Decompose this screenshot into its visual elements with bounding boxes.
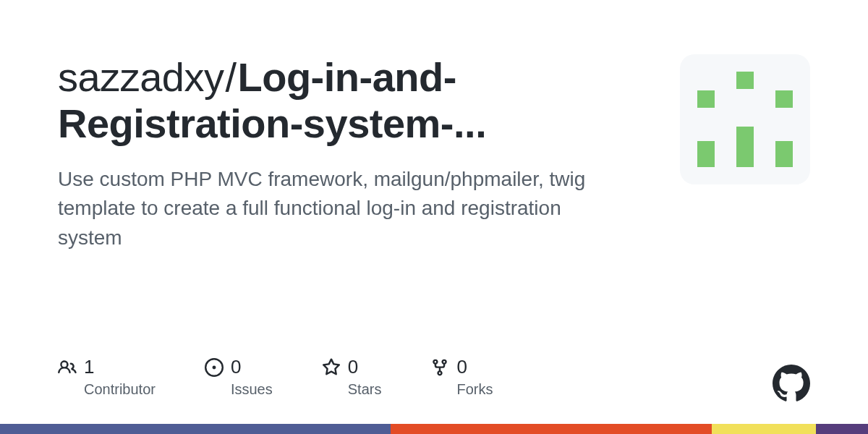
repo-avatar xyxy=(680,54,810,184)
lang-segment-4 xyxy=(816,424,868,434)
repo-stats: 1 Contributor 0 Issues 0 Stars 0 xyxy=(58,356,493,398)
forks-label: Forks xyxy=(456,381,493,398)
people-icon xyxy=(58,358,77,377)
stat-stars[interactable]: 0 Stars xyxy=(322,356,382,398)
repo-owner[interactable]: sazzadxy xyxy=(58,54,224,100)
stat-forks[interactable]: 0 Forks xyxy=(430,356,493,398)
contributors-label: Contributor xyxy=(84,381,156,398)
lang-segment-2 xyxy=(391,424,712,434)
contributors-value: 1 xyxy=(84,356,94,378)
stars-label: Stars xyxy=(348,381,382,398)
content-area: sazzadxy/Log-in-and-Registration-system-… xyxy=(58,54,651,253)
stars-value: 0 xyxy=(348,356,358,378)
identicon-image xyxy=(680,54,810,184)
slash-separator: / xyxy=(225,54,236,100)
github-logo-icon[interactable] xyxy=(773,365,810,402)
repo-title: sazzadxy/Log-in-and-Registration-system-… xyxy=(58,54,651,148)
issue-icon xyxy=(205,358,224,377)
issues-value: 0 xyxy=(231,356,241,378)
main-container: sazzadxy/Log-in-and-Registration-system-… xyxy=(0,0,868,253)
lang-segment-1 xyxy=(0,424,391,434)
language-color-bar xyxy=(0,424,868,434)
stat-issues[interactable]: 0 Issues xyxy=(205,356,273,398)
lang-segment-3 xyxy=(712,424,816,434)
star-icon xyxy=(322,358,341,377)
fork-icon xyxy=(430,358,449,377)
issues-label: Issues xyxy=(231,381,273,398)
repo-description: Use custom PHP MVC framework, mailgun/ph… xyxy=(58,165,622,253)
forks-value: 0 xyxy=(456,356,467,378)
stat-contributors[interactable]: 1 Contributor xyxy=(58,356,156,398)
